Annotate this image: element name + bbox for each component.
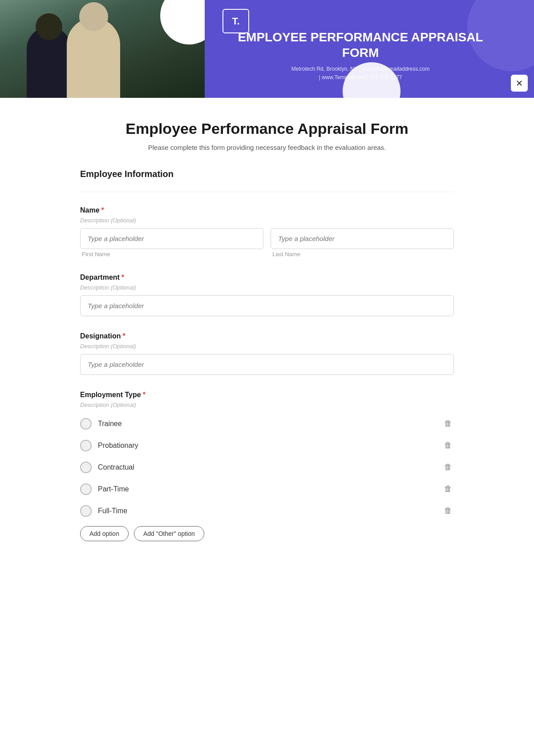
header-right: T. EMPLOYEE PERFORMANCE APPRAISAL FORM M…	[205, 0, 534, 98]
designation-input[interactable]	[80, 354, 454, 375]
department-required-star: *	[121, 273, 124, 281]
first-name-sublabel: First Name	[80, 251, 263, 257]
name-required-star: *	[101, 206, 104, 214]
delete-option-button-4[interactable]: 🗑	[442, 504, 454, 517]
department-input[interactable]	[80, 295, 454, 316]
designation-label: Designation *	[80, 332, 454, 340]
close-button-photo[interactable]: ×	[195, 4, 201, 15]
header-address: Metrotech Rd, Brooklyn, NY | yourinfo@em…	[291, 65, 430, 82]
person-left-silhouette	[27, 27, 71, 98]
delete-option-button-1[interactable]: 🗑	[442, 439, 454, 452]
add-other-option-button[interactable]: Add "Other" option	[134, 526, 204, 541]
designation-required-star: *	[123, 332, 125, 340]
form-subtitle: Please complete this form providing nece…	[80, 144, 454, 151]
last-name-input[interactable]	[271, 228, 454, 249]
radio-circle-0[interactable]	[80, 418, 92, 430]
radio-label-2: Contractual	[98, 463, 134, 471]
form-container: Employee Performance Appraisal Form Plea…	[0, 98, 534, 756]
field-group-name: Name * Description (Optional) First Name…	[80, 206, 454, 257]
radio-left-4: Full-Time	[80, 505, 127, 517]
radio-left-2: Contractual	[80, 462, 134, 473]
close-button-banner[interactable]	[511, 75, 528, 92]
name-input-row	[80, 228, 454, 249]
radio-circle-2[interactable]	[80, 462, 92, 473]
header-photo: ×	[0, 0, 205, 98]
name-label: Name *	[80, 206, 454, 214]
department-description: Description (Optional)	[80, 284, 454, 291]
person-right-silhouette	[67, 18, 120, 98]
header-title: EMPLOYEE PERFORMANCE APPRAISAL FORM	[222, 29, 498, 60]
delete-option-button-3[interactable]: 🗑	[442, 483, 454, 495]
first-name-input[interactable]	[80, 228, 263, 249]
section-divider	[80, 192, 454, 192]
name-sublabel-row: First Name Last Name	[80, 251, 454, 257]
employment-type-description: Description (Optional)	[80, 402, 454, 408]
radio-circle-1[interactable]	[80, 440, 92, 451]
radio-circle-4[interactable]	[80, 505, 92, 517]
radio-option-trainee: Trainee 🗑	[80, 413, 454, 434]
department-label: Department *	[80, 273, 454, 281]
add-option-button[interactable]: Add option	[80, 526, 129, 541]
field-group-employment-type: Employment Type * Description (Optional)…	[80, 391, 454, 541]
field-group-department: Department * Description (Optional)	[80, 273, 454, 316]
radio-label-0: Trainee	[98, 420, 122, 428]
radio-left-3: Part-Time	[80, 483, 129, 495]
designation-description: Description (Optional)	[80, 343, 454, 350]
radio-option-part-time: Part-Time 🗑	[80, 478, 454, 500]
employment-type-label: Employment Type *	[80, 391, 454, 399]
radio-left-0: Trainee	[80, 418, 122, 430]
section-employee-info-title: Employee Information	[80, 169, 454, 179]
radio-label-3: Part-Time	[98, 485, 129, 493]
field-group-designation: Designation * Description (Optional)	[80, 332, 454, 375]
radio-option-full-time: Full-Time 🗑	[80, 500, 454, 522]
radio-option-contractual: Contractual 🗑	[80, 456, 454, 478]
radio-label-4: Full-Time	[98, 507, 127, 515]
person-right-head	[79, 2, 108, 31]
radio-option-probationary: Probationary 🗑	[80, 434, 454, 456]
radio-left-1: Probationary	[80, 440, 138, 451]
form-title: Employee Performance Appraisal Form	[80, 120, 454, 137]
last-name-sublabel: Last Name	[271, 251, 454, 257]
person-left-head	[36, 13, 62, 40]
radio-label-1: Probationary	[98, 442, 138, 450]
delete-option-button-0[interactable]: 🗑	[442, 417, 454, 430]
radio-options-list: Trainee 🗑 Probationary 🗑 Contractual 🗑 P…	[80, 413, 454, 522]
radio-circle-3[interactable]	[80, 483, 92, 495]
header-banner: × T. EMPLOYEE PERFORMANCE APPRAISAL FORM…	[0, 0, 534, 98]
delete-option-button-2[interactable]: 🗑	[442, 461, 454, 474]
employment-type-required-star: *	[143, 391, 146, 399]
add-option-row: Add option Add "Other" option	[80, 526, 454, 541]
name-description: Description (Optional)	[80, 217, 454, 224]
